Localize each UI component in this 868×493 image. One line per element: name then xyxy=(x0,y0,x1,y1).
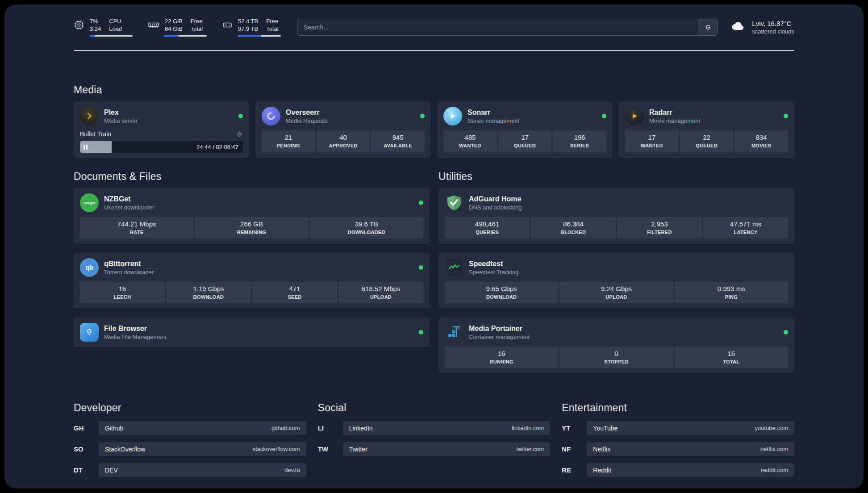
app-card-speedtest: Speedtest Speedtest Tracking 9.65 Gbps D… xyxy=(438,253,794,309)
stat-tile: 196 SERIES xyxy=(553,130,606,152)
cpu-progress-bar xyxy=(90,35,133,37)
social-bookmarks: Social LI LinkedIn linkedin.com TW Twitt… xyxy=(318,402,551,477)
bookmark-link-stackoverflow[interactable]: StackOverflow stackoverflow.com xyxy=(99,442,306,456)
stat-value: 0 xyxy=(561,350,671,357)
now-playing-title: Bullet Train xyxy=(80,130,111,138)
bookmark-url: linkedin.com xyxy=(512,425,544,431)
bookmark-link-github[interactable]: Github github.com xyxy=(99,421,306,435)
section-title-entertainment: Entertainment xyxy=(562,402,794,414)
developer-bookmarks: Developer GH Github github.com SO StackO… xyxy=(74,402,306,477)
bookmark-link-twitter[interactable]: Twitter twitter.com xyxy=(343,442,551,456)
status-dot xyxy=(238,114,243,118)
app-link-portainer[interactable]: Media Portainer Container management xyxy=(445,323,788,342)
pause-button[interactable] xyxy=(83,145,89,150)
stat-tile: 47.571 ms LATENCY xyxy=(703,217,788,238)
status-dot xyxy=(784,330,788,334)
app-name: qBittorrent xyxy=(104,259,154,268)
storage-total-label: Total xyxy=(266,25,278,32)
overseerr-icon xyxy=(262,107,280,125)
bookmark-link-netflix[interactable]: Netflix netflix.com xyxy=(587,442,794,456)
bookmark-name: StackOverflow xyxy=(105,446,145,453)
bookmark-name: Github xyxy=(105,425,123,432)
app-link-sonarr[interactable]: Sonarr Series management xyxy=(443,107,606,125)
speedtest-icon xyxy=(445,258,463,277)
section-title-documents: Documents & Files xyxy=(74,171,430,183)
stat-label: FILTERED xyxy=(619,230,700,235)
stats-row: 485 WANTED 17 QUEUED 196 SERIES xyxy=(443,130,606,152)
stat-value: 945 xyxy=(373,134,423,141)
stat-value: 47.571 ms xyxy=(705,220,786,228)
app-desc: Series management xyxy=(467,117,519,124)
bookmark-name: YouTube xyxy=(593,425,618,432)
stats-row: 9.65 Gbps DOWNLOAD 9.24 Gbps UPLOAD 0.99… xyxy=(445,282,788,303)
stat-tile: 86,384 BLOCKED xyxy=(531,217,616,238)
bookmark-url: youtube.com xyxy=(755,425,788,431)
stat-value: 9.65 Gbps xyxy=(447,285,556,292)
search-engine-button[interactable]: G xyxy=(698,19,718,35)
storage-free-label: Free xyxy=(266,18,278,25)
stat-value: 16 xyxy=(82,285,163,292)
app-card-plex: Plex Media server Bullet Train xyxy=(74,101,249,158)
storage-progress-bar xyxy=(238,35,281,37)
app-desc: Media server xyxy=(104,117,138,124)
memory-icon xyxy=(148,20,159,30)
app-link-nzbget[interactable]: nzbget NZBGet Usenet downloader xyxy=(80,193,423,212)
cpu-load-value: 3.24 xyxy=(90,25,101,32)
stat-value: 1.19 Gbps xyxy=(168,285,249,292)
stat-value: 196 xyxy=(555,134,605,141)
stats-row: 16 RUNNING 0 STOPPED 16 TOTAL xyxy=(445,347,788,368)
stat-tile: 9.65 Gbps DOWNLOAD xyxy=(445,282,558,303)
status-dot xyxy=(602,114,606,118)
stat-label: PING xyxy=(676,294,786,300)
app-card-sonarr: Sonarr Series management 485 WANTED 17 Q… xyxy=(437,101,613,158)
app-link-overseerr[interactable]: Overseerr Media Requests xyxy=(262,107,425,125)
stat-tile: 266 GB REMAINING xyxy=(195,217,308,238)
stat-tile: 0.993 ms PING xyxy=(675,282,788,303)
weather-condition: scattered clouds xyxy=(752,28,794,35)
nzbget-icon: nzbget xyxy=(80,193,99,212)
bookmark-link-youtube[interactable]: YouTube youtube.com xyxy=(587,421,794,435)
bookmark-link-dev[interactable]: DEV dev.to xyxy=(99,463,306,477)
stat-tile: 16 LEECH xyxy=(80,282,165,303)
search-input[interactable] xyxy=(297,19,698,35)
media-player-widget: Bullet Train xyxy=(80,130,243,153)
status-dot xyxy=(419,265,423,270)
app-link-filebrowser[interactable]: File Browser Media File Management xyxy=(80,323,423,342)
app-link-qbittorrent[interactable]: qb qBittorrent Torrent downloader xyxy=(80,258,423,277)
stat-label: AVAILABLE xyxy=(373,143,423,148)
cloud-icon xyxy=(730,19,747,35)
stat-tile: 744.21 Mbps RATE xyxy=(80,217,193,238)
bookmark-abbr: LI xyxy=(318,424,343,432)
app-link-radarr[interactable]: Radarr Movie management xyxy=(625,107,788,125)
utilities-section: Utilities xyxy=(438,171,794,373)
stat-tile: 39.6 TB DOWNLOADED xyxy=(310,217,423,238)
app-name: Speedtest xyxy=(469,259,518,268)
memory-widget: 22 GiB 64 GiB Free Total xyxy=(148,18,207,37)
weather-location: Lviv, 16.87°C xyxy=(752,20,794,27)
stat-value: 0.993 ms xyxy=(676,285,786,292)
stat-tile: 40 APPROVED xyxy=(317,130,370,152)
app-link-speedtest[interactable]: Speedtest Speedtest Tracking xyxy=(445,258,788,277)
widget-settings-icon[interactable] xyxy=(236,131,243,138)
app-card-radarr: Radarr Movie management 17 WANTED 22 QUE… xyxy=(619,101,794,158)
app-link-plex[interactable]: Plex Media server xyxy=(80,107,243,125)
app-link-adguard[interactable]: AdGuard Home DNS and adblocking xyxy=(445,193,788,212)
bookmark-link-linkedin[interactable]: LinkedIn linkedin.com xyxy=(343,421,551,435)
app-name: File Browser xyxy=(104,324,166,333)
status-dot xyxy=(420,114,425,118)
playback-progress-bar[interactable]: 24:44 / 02:06:47 xyxy=(80,141,243,153)
bookmark-row: LI LinkedIn linkedin.com xyxy=(318,421,551,435)
stats-row: 498,461 QUERIES 86,384 BLOCKED 2,953 FIL… xyxy=(445,217,788,238)
app-desc: DNS and adblocking xyxy=(469,204,522,211)
section-title-utilities: Utilities xyxy=(438,171,794,183)
bookmark-row: RE Reddit reddit.com xyxy=(562,463,794,477)
stat-label: RUNNING xyxy=(447,359,556,364)
app-card-filebrowser: File Browser Media File Management xyxy=(74,318,430,347)
stat-tile: 485 WANTED xyxy=(443,130,497,152)
stat-value: 744.21 Mbps xyxy=(82,220,192,228)
app-desc: Container management xyxy=(469,334,530,340)
bookmark-url: dev.to xyxy=(284,467,300,473)
bookmark-link-reddit[interactable]: Reddit reddit.com xyxy=(587,463,794,477)
bookmark-row: TW Twitter twitter.com xyxy=(318,442,551,456)
playback-progress-fill xyxy=(80,141,112,153)
